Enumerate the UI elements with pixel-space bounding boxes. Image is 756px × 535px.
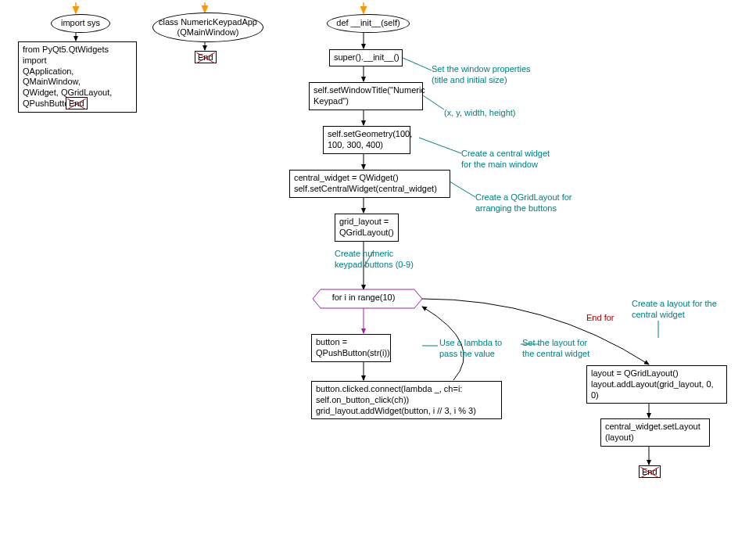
node-text: self.setWindowTitle("Numeric Keypad") bbox=[314, 85, 425, 106]
node-text: for i in range(10) bbox=[313, 289, 414, 302]
svg-line-19 bbox=[450, 181, 475, 197]
comment-text: Create a QGridLayout for arranging the b… bbox=[475, 192, 572, 213]
def-init-node: def __init__(self) bbox=[327, 14, 410, 33]
node-text: button = QPushButton(str(i)) bbox=[316, 337, 390, 357]
end-label: End bbox=[642, 467, 657, 476]
grid-layout-node: grid_layout = QGridLayout() bbox=[335, 214, 399, 242]
svg-line-16 bbox=[401, 57, 432, 70]
node-text: super().__init__() bbox=[334, 52, 399, 62]
comment-text: Use a lambda to pass the value bbox=[439, 338, 502, 358]
comment-set-layout: Set the layout for the central widget bbox=[522, 338, 589, 360]
end-node-3: End bbox=[639, 465, 661, 478]
comment-text: Create numeric keypad buttons (0-9) bbox=[335, 249, 414, 269]
comment-create-layout: Create a layout for the central widget bbox=[632, 299, 717, 321]
comment-text: (x, y, width, height) bbox=[444, 108, 516, 117]
end-node-2: End bbox=[195, 51, 217, 63]
svg-line-18 bbox=[419, 138, 461, 153]
comment-text: Create a central widget for the main win… bbox=[461, 149, 550, 169]
comment-keypad-buttons: Create numeric keypad buttons (0-9) bbox=[335, 249, 414, 271]
node-text: button.clicked.connect(lambda _, ch=i: s… bbox=[316, 384, 476, 415]
comment-central-widget: Create a central widget for the main win… bbox=[461, 149, 550, 171]
comment-text: Set the layout for the central widget bbox=[522, 338, 589, 358]
super-init-node: super().__init__() bbox=[329, 49, 403, 66]
set-layout-node: central_widget.setLayout (layout) bbox=[600, 418, 710, 447]
end-label: End bbox=[198, 52, 213, 62]
end-node-1: End bbox=[66, 97, 88, 110]
node-text: layout = QGridLayout() layout.addLayout(… bbox=[591, 368, 714, 400]
end-for-label: End for bbox=[586, 313, 614, 322]
button-create-node: button = QPushButton(str(i)) bbox=[311, 334, 391, 362]
comment-text: Create a layout for the central widget bbox=[632, 299, 717, 319]
comment-text: Set the window properties (title and ini… bbox=[432, 64, 531, 84]
comment-lambda: Use a lambda to pass the value bbox=[439, 338, 502, 360]
node-text: def __init__(self) bbox=[336, 18, 399, 28]
layout-node: layout = QGridLayout() layout.addLayout(… bbox=[586, 365, 727, 404]
set-geometry-node: self.setGeometry(100, 100, 300, 400) bbox=[323, 126, 410, 154]
comment-geometry: (x, y, width, height) bbox=[444, 108, 516, 119]
node-text: grid_layout = QGridLayout() bbox=[339, 217, 394, 237]
node-text: import sys bbox=[61, 18, 100, 28]
node-text: central_widget.setLayout (layout) bbox=[605, 422, 700, 442]
button-connect-node: button.clicked.connect(lambda _, ch=i: s… bbox=[311, 381, 502, 419]
for-loop-node: for i in range(10) bbox=[313, 289, 414, 308]
import-sys-node: import sys bbox=[51, 14, 110, 33]
comment-window-props: Set the window properties (title and ini… bbox=[432, 64, 531, 86]
node-text: self.setGeometry(100, 100, 300, 400) bbox=[328, 129, 412, 149]
comment-grid-layout: Create a QGridLayout for arranging the b… bbox=[475, 192, 572, 214]
end-label: End bbox=[69, 99, 84, 108]
svg-line-17 bbox=[421, 94, 444, 110]
central-widget-node: central_widget = QWidget() self.setCentr… bbox=[289, 170, 450, 198]
end-for-text: End for bbox=[586, 313, 614, 322]
class-def-node: class NumericKeypadApp (QMainWindow) bbox=[152, 13, 263, 42]
node-text: class NumericKeypadApp (QMainWindow) bbox=[159, 17, 257, 38]
node-text: central_widget = QWidget() self.setCentr… bbox=[294, 173, 437, 193]
set-title-node: self.setWindowTitle("Numeric Keypad") bbox=[309, 82, 423, 110]
